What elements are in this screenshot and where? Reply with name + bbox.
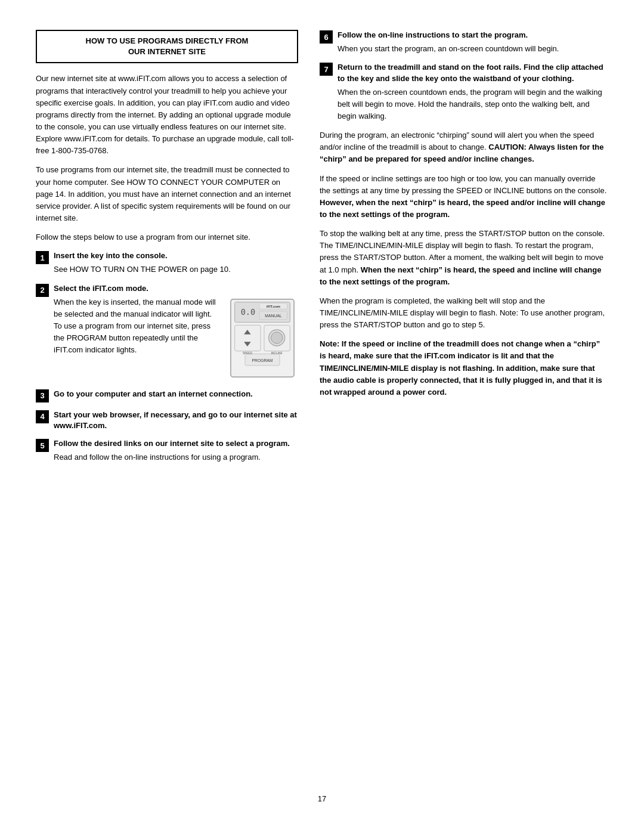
step-2-content: Select the iFIT.com mode. When the key i… (54, 283, 298, 382)
step-4-number: 4 (36, 410, 49, 423)
svg-rect-7 (235, 325, 261, 351)
left-column: HOW TO USE PROGRAMS DIRECTLY FROM OUR IN… (36, 30, 298, 782)
page-number-row: 17 (36, 782, 608, 803)
step-6-title: Follow the on-line instructions to start… (338, 30, 608, 41)
step-5-body: Read and follow the on-line instructions… (54, 451, 298, 463)
step-4-title: Start your web browser, if necessary, an… (54, 410, 298, 431)
step-5: 5 Follow the desired links on our intern… (36, 438, 298, 463)
right-para2: If the speed or incline settings are too… (320, 173, 608, 221)
step-2-text: When the key is inserted, the manual mod… (54, 294, 221, 357)
step-3-content: Go to your computer and start an interne… (54, 389, 298, 400)
right-para2-normal: If the speed or incline settings are too… (320, 174, 606, 195)
step-4-content: Start your web browser, if necessary, an… (54, 410, 298, 431)
step-1-number: 1 (36, 251, 49, 264)
svg-text:SPEED: SPEED (243, 351, 253, 354)
svg-point-12 (271, 332, 282, 343)
step-1-title: Insert the key into the console. (54, 250, 298, 261)
step-1-content: Insert the key into the console. See HOW… (54, 250, 298, 275)
step-5-content: Follow the desired links on our internet… (54, 438, 298, 463)
right-para2-bold: However, when the next “chirp” is heard,… (320, 198, 605, 219)
step-3: 3 Go to your computer and start an inter… (36, 389, 298, 402)
step-7-body: When the on-screen countdown ends, the p… (338, 86, 608, 122)
console-image: iFIT.com 0.0 MANUAL (227, 296, 298, 382)
step-7-title: Return to the treadmill and stand on the… (338, 62, 608, 83)
step-6-number: 6 (320, 30, 333, 44)
step-2-number: 2 (36, 284, 49, 297)
right-para3-bold: When the next “chirp” is heard, the spee… (320, 265, 601, 286)
step-6: 6 Follow the on-line instructions to sta… (320, 30, 608, 55)
step-6-body: When you start the program, an on-screen… (338, 43, 608, 55)
title-line1: HOW TO USE PROGRAMS DIRECTLY FROM (86, 36, 249, 45)
svg-text:iFIT.com: iFIT.com (267, 305, 280, 308)
intro-para2: To use programs from our internet site, … (36, 164, 298, 224)
section-header-box: HOW TO USE PROGRAMS DIRECTLY FROM OUR IN… (36, 30, 298, 63)
svg-text:INCLINE: INCLINE (271, 351, 283, 354)
svg-text:MANUAL: MANUAL (265, 313, 281, 317)
step-5-title: Follow the desired links on our internet… (54, 438, 298, 449)
step-6-content: Follow the on-line instructions to start… (338, 30, 608, 55)
step-2-body: When the key is inserted, the manual mod… (54, 296, 221, 357)
right-para5: Note: If the speed or incline of the tre… (320, 338, 608, 398)
step-2: 2 Select the iFIT.com mode. When the key… (36, 283, 298, 382)
svg-text:0.0: 0.0 (241, 307, 255, 317)
svg-text:PROGRAM: PROGRAM (252, 358, 273, 363)
title-line2: OUR INTERNET SITE (128, 47, 206, 56)
step-2-title: Select the iFIT.com mode. (54, 283, 298, 294)
section-title: HOW TO USE PROGRAMS DIRECTLY FROM OUR IN… (44, 36, 290, 57)
page-number: 17 (318, 794, 326, 803)
right-para5-bold: Note: If the speed or incline of the tre… (320, 339, 602, 397)
step-5-number: 5 (36, 439, 49, 452)
step-2-with-image: When the key is inserted, the manual mod… (54, 294, 298, 382)
step-7-content: Return to the treadmill and stand on the… (338, 62, 608, 122)
intro-para3: Follow the steps below to use a program … (36, 231, 298, 243)
right-column: 6 Follow the on-line instructions to sta… (320, 30, 608, 782)
intro-para1: Our new internet site at www.iFIT.com al… (36, 73, 298, 157)
step-7-number: 7 (320, 63, 333, 76)
step-1: 1 Insert the key into the console. See H… (36, 250, 298, 275)
step-3-number: 3 (36, 389, 49, 402)
page: HOW TO USE PROGRAMS DIRECTLY FROM OUR IN… (0, 0, 644, 833)
step-7: 7 Return to the treadmill and stand on t… (320, 62, 608, 122)
step-4: 4 Start your web browser, if necessary, … (36, 410, 298, 431)
two-column-layout: HOW TO USE PROGRAMS DIRECTLY FROM OUR IN… (36, 30, 608, 782)
step-1-body: See HOW TO TURN ON THE POWER on page 10. (54, 264, 298, 275)
console-svg: iFIT.com 0.0 MANUAL (227, 296, 298, 380)
right-para3: To stop the walking belt at any time, pr… (320, 228, 608, 288)
right-para1: During the program, an electronic “chirp… (320, 129, 608, 165)
right-para4: When the program is completed, the walki… (320, 295, 608, 331)
step-3-title: Go to your computer and start an interne… (54, 389, 298, 400)
